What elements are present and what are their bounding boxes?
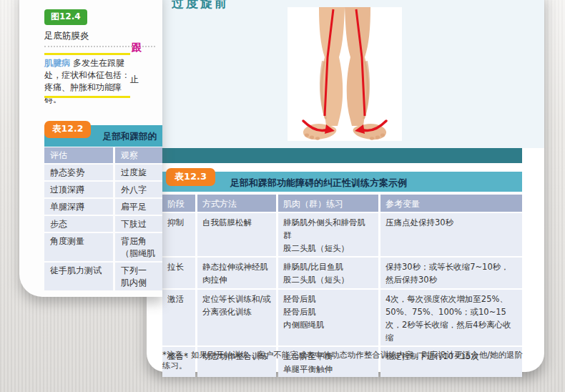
column-header: 评估 — [44, 147, 113, 163]
observation-cell: 下肢过 — [115, 216, 162, 232]
phase-cell: 抑制 — [162, 213, 195, 256]
table-12-3-badge: 表12.3 — [166, 168, 215, 186]
figure-badge: 图12.4 — [44, 9, 87, 25]
assessment-cell: 步态 — [44, 216, 113, 232]
muscles-cell: 胫骨后肌 胫骨后肌 内侧腘绳肌 — [278, 290, 378, 346]
highlight-rule-top — [44, 53, 130, 55]
table-row: 过顶深蹲 外八字 — [44, 182, 162, 197]
assessment-cell: 静态姿势 — [44, 165, 113, 180]
table-row: 单腿深蹲 扁平足 — [44, 199, 162, 215]
table-row: 静态姿势 过度旋 — [44, 165, 162, 180]
column-header: 观察 — [115, 147, 162, 163]
clipped-text-fragment: 止 — [130, 74, 139, 86]
method-cell: 静态拉伸或神经肌肉拉伸 — [197, 258, 276, 288]
table-footnote: *注意：如果刚开始训练，客户不能完成表中的动态动作整合训练内容，则应设计更适合他… — [162, 350, 527, 371]
table-row: 徒手肌力测试 下列一 肌内侧 — [44, 263, 162, 290]
table-row-inhibit: 抑制 自我筋膜松解 腓肠肌外侧头和腓骨肌群 股二头肌（短头） 压痛点处保持30秒 — [162, 213, 522, 256]
assessment-cell: 过顶深蹲 — [44, 182, 113, 197]
method-cell: 自我筋膜松解 — [197, 213, 276, 256]
page-top-band: 过度旋前 — [147, 0, 544, 148]
table-row: 角度测量 背屈角 （腘绳肌 — [44, 233, 162, 261]
column-header: 肌肉（群）练习 — [278, 195, 378, 212]
highlight-rule-bottom — [44, 96, 130, 98]
table-12-2-title: 足部和踝部的 — [103, 131, 157, 143]
observation-cell: 背屈角 （腘绳肌 — [115, 233, 162, 261]
table-row: 步态 下肢过 — [44, 216, 162, 232]
table-12-2-badge: 表12.2 — [44, 121, 91, 138]
figure-caption: 足底筋膜炎 — [44, 30, 89, 42]
muscles-cell: 腓肠肌/比目鱼肌 股二头肌（短头） — [278, 258, 378, 288]
assessment-cell: 单腿深蹲 — [44, 199, 113, 215]
assessment-cell: 徒手肌力测试 — [44, 263, 113, 290]
legs-illustration — [288, 7, 402, 141]
table-12-2: 表12.2 足部和踝部的 评估 观察 静态姿势 过度旋 过顶深蹲 外八字 单腿深… — [44, 125, 162, 290]
table-12-2-title-bar: 表12.2 足部和踝部的 — [44, 125, 162, 147]
table-12-3-header-row: 阶段 方式方法 肌肉（群）练习 参考变量 — [162, 195, 522, 212]
tendinopathy-paragraph: 肌腱病多发生在跟腱处，症状和体征包括：疼痛、肿胀和功能障碍。 — [44, 57, 135, 106]
table-12-3-title: 足部和踝部功能障碍的纠正性训练方案示例 — [230, 177, 407, 190]
table-row-lengthen: 拉长 静态拉伸或神经肌肉拉伸 腓肠肌/比目鱼肌 股二头肌（短头） 保持30秒；或… — [162, 258, 522, 288]
variables-cell: 保持30秒；或等长收缩7~10秒，然后保持30秒 — [380, 258, 522, 288]
column-header: 方式方法 — [197, 195, 276, 212]
phase-cell: 激活 — [162, 290, 195, 346]
phase-cell: 拉长 — [162, 258, 195, 288]
observation-cell: 过度旋 — [115, 165, 162, 180]
variables-cell: 压痛点处保持30秒 — [380, 213, 522, 256]
clipped-heading-fragment: 跟 — [132, 41, 142, 54]
assessment-cell: 角度测量 — [44, 233, 113, 261]
table-12-3-title-bar: 表12.3 足部和踝部功能障碍的纠正性训练方案示例 — [162, 172, 522, 192]
variables-cell: 4次，每次强度依次增加至25%、50%、75%、100%；或10~15次，2秒等… — [380, 290, 522, 346]
overpronation-image — [288, 7, 402, 141]
observation-cell: 外八字 — [115, 182, 162, 197]
table-row-activate: 激活 定位等长训练和/或分离强化训练 胫骨后肌 胫骨后肌 内侧腘绳肌 4次，每次… — [162, 290, 522, 346]
column-header: 参考变量 — [380, 195, 522, 212]
right-page: 过度旋前 — [147, 0, 544, 372]
table-12-2-header-row: 评估 观察 — [44, 147, 162, 163]
section-divider-bar — [162, 148, 522, 163]
tendinopathy-term: 肌腱病 — [44, 58, 70, 68]
column-header: 阶段 — [162, 195, 195, 212]
observation-cell: 扁平足 — [115, 199, 162, 215]
left-page: 图12.4 足底筋膜炎 肌腱病多发生在跟腱处，症状和体征包括：疼痛、肿胀和功能障… — [19, 0, 162, 297]
observation-cell: 下列一 肌内侧 — [115, 263, 162, 290]
section-title: 过度旋前 — [172, 0, 229, 11]
muscles-cell: 腓肠肌外侧头和腓骨肌群 股二头肌（短头） — [278, 213, 378, 256]
book-spread: 图12.4 足底筋膜炎 肌腱病多发生在跟腱处，症状和体征包括：疼痛、肿胀和功能障… — [0, 0, 565, 392]
method-cell: 定位等长训练和/或分离强化训练 — [197, 290, 276, 346]
